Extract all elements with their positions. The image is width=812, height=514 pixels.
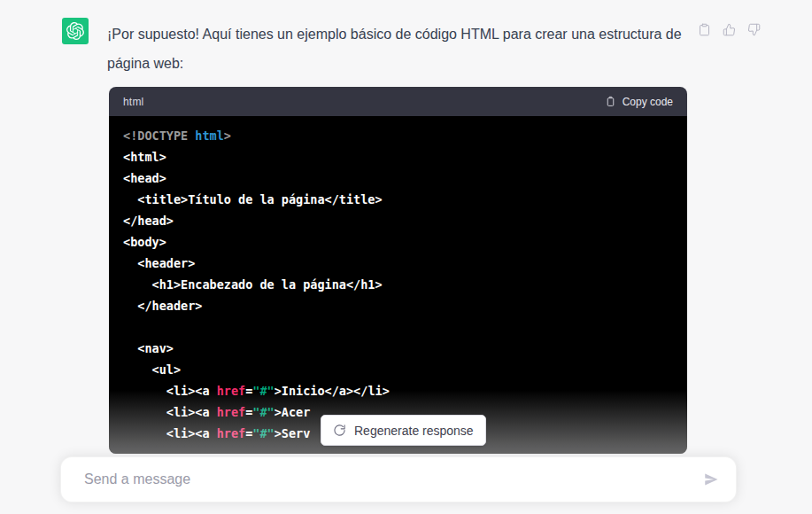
message-input[interactable] bbox=[61, 457, 736, 502]
code-line: <header> bbox=[123, 253, 673, 274]
message-actions bbox=[698, 23, 761, 36]
code-lines: <!DOCTYPE html><html><head> <title>Títul… bbox=[123, 125, 673, 444]
copy-code-label: Copy code bbox=[623, 96, 673, 108]
code-line: <title>Título de la página</title> bbox=[123, 189, 673, 210]
copy-icon bbox=[698, 23, 711, 36]
code-line: <body> bbox=[123, 231, 673, 253]
code-line: <li><a href="#">Inicio</a></li> bbox=[123, 380, 673, 401]
code-line: <nav> bbox=[123, 338, 673, 359]
assistant-message-text: ¡Por supuesto! Aquí tienes un ejemplo bá… bbox=[107, 19, 682, 78]
code-line: </head> bbox=[123, 210, 673, 231]
code-line: <!DOCTYPE html> bbox=[123, 125, 673, 146]
openai-logo-icon bbox=[66, 22, 84, 40]
send-button[interactable] bbox=[700, 469, 722, 490]
regenerate-icon bbox=[333, 424, 346, 437]
message-line: ¡Por supuesto! Aquí tienes un ejemplo bá… bbox=[107, 19, 682, 49]
thumbs-up-icon bbox=[723, 23, 736, 36]
clipboard-icon bbox=[605, 96, 616, 107]
code-block: html Copy code <!DOCTYPE html><html><hea… bbox=[109, 87, 687, 454]
code-line: <h1>Encabezado de la página</h1> bbox=[123, 274, 673, 295]
thumbs-down-button[interactable] bbox=[747, 23, 761, 36]
code-line: </header> bbox=[123, 295, 673, 316]
copy-code-button[interactable]: Copy code bbox=[605, 96, 673, 108]
code-content: <!DOCTYPE html><html><head> <title>Títul… bbox=[109, 116, 687, 454]
regenerate-response-button[interactable]: Regenerate response bbox=[321, 415, 486, 446]
copy-message-button[interactable] bbox=[698, 23, 711, 36]
message-line: página web: bbox=[107, 49, 682, 78]
send-icon bbox=[703, 471, 719, 487]
chatgpt-avatar bbox=[62, 18, 89, 44]
code-line bbox=[123, 316, 673, 338]
code-block-header: html Copy code bbox=[109, 87, 687, 116]
page: { "colors": { "page_bg": "#f7f7f8", "ava… bbox=[0, 0, 812, 514]
composer bbox=[60, 456, 737, 502]
thumbs-down-icon bbox=[747, 23, 761, 36]
code-language-label: html bbox=[123, 96, 143, 108]
code-line: <ul> bbox=[123, 359, 673, 380]
code-line: <html> bbox=[123, 146, 673, 167]
regenerate-label: Regenerate response bbox=[354, 424, 474, 438]
thumbs-up-button[interactable] bbox=[723, 23, 736, 36]
code-line: <head> bbox=[123, 167, 673, 189]
